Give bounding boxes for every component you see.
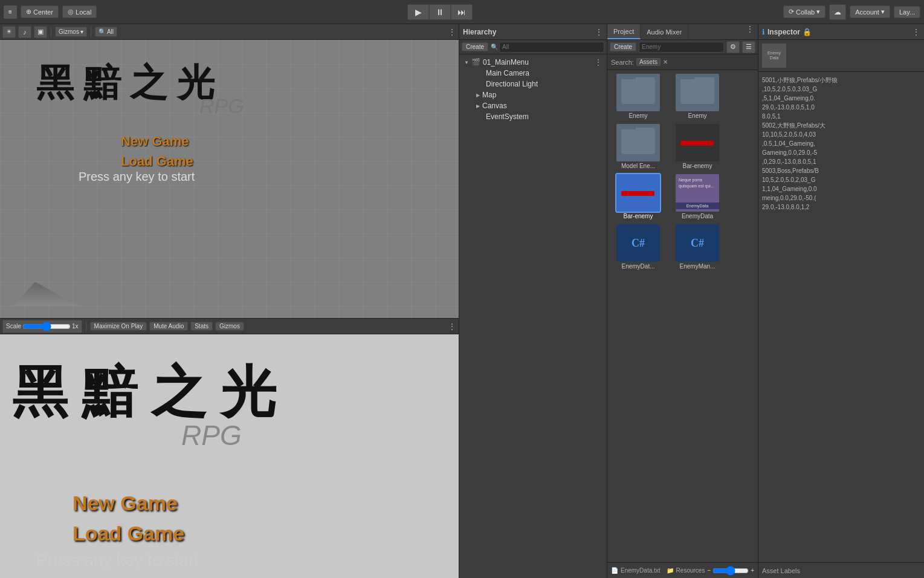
project-search-input[interactable] xyxy=(639,42,724,53)
scene-landscape xyxy=(6,282,79,306)
game-rpg: RPG xyxy=(181,419,242,452)
scale-slider[interactable] xyxy=(22,322,71,331)
search-options-icon[interactable]: ⚙ xyxy=(726,41,740,53)
game-load-game: Load Game xyxy=(73,522,184,545)
hierarchy-create-button[interactable]: Create xyxy=(462,42,488,51)
mute-audio-button[interactable]: Mute Audio xyxy=(149,322,188,331)
gizmos-dropdown[interactable]: Gizmos ▾ xyxy=(55,27,87,37)
folder-icon-enemy-1 xyxy=(616,74,660,111)
account-button[interactable]: Account ▾ xyxy=(850,5,890,18)
project-more-options[interactable]: ⋮ xyxy=(742,24,758,39)
unity-logo: ≡ xyxy=(4,5,17,19)
filter-icon[interactable]: ☰ xyxy=(742,41,755,53)
hierarchy-item-options[interactable]: ⋮ xyxy=(595,58,602,67)
asset-item-bar-enemy-1[interactable]: Bar-enemy xyxy=(670,124,725,169)
info-icon: ℹ xyxy=(762,28,765,36)
asset-item-bar-enemy-2[interactable]: Bar-enemy xyxy=(611,174,665,219)
scene-title: 黑 黯 之 光 xyxy=(36,64,215,102)
asset-item-enemydata[interactable]: Neque porra quisquam est qui... EnemyDat… xyxy=(670,174,725,219)
project-create-button[interactable]: Create xyxy=(610,42,636,51)
game-title: 黑 黯 之 光 xyxy=(12,365,276,420)
hierarchy-item-main-camera[interactable]: Main Camera xyxy=(462,68,604,79)
hierarchy-item-event-system[interactable]: EventSystem xyxy=(462,111,604,122)
asset-item-enemydat-cs[interactable]: C# EnemyDat... xyxy=(611,224,665,270)
assets-grid: Enemy Enemy Model Ene... Bar-enemy Bar-e… xyxy=(607,70,758,562)
asset-label-enemydata: EnemyData xyxy=(682,213,713,219)
hierarchy-item-directional-light[interactable]: Directional Light xyxy=(462,79,604,89)
pause-button[interactable]: ⏸ xyxy=(429,4,451,20)
layers-button[interactable]: Lay... xyxy=(894,6,920,18)
bottom-file-2: Resources xyxy=(676,567,705,574)
asset-item-enemy-2[interactable]: Enemy xyxy=(670,74,725,119)
plus-icon: + xyxy=(751,567,754,574)
hierarchy-header: Hierarchy ⋮ xyxy=(459,24,607,40)
play-button[interactable]: ▶ xyxy=(407,4,429,20)
game-inner: 黑 黯 之 光 RPG New Game Load Game Press any… xyxy=(0,334,459,578)
hierarchy-item-label: 01_MainMenu xyxy=(483,58,529,67)
expand-triangle: ▶ xyxy=(476,103,480,109)
size-slider[interactable] xyxy=(712,566,749,576)
hierarchy-search-input[interactable] xyxy=(499,42,604,53)
gizmos-game-button[interactable]: Gizmos xyxy=(215,322,244,331)
collab-dropdown-icon: ▾ xyxy=(816,8,820,16)
account-dropdown-icon: ▾ xyxy=(881,8,885,16)
tab-audio-mixer[interactable]: Audio Mixer xyxy=(641,24,688,39)
scale-dropdown[interactable]: Scale 1x xyxy=(2,320,82,333)
lock-icon[interactable]: 🔒 xyxy=(803,28,812,36)
hierarchy-content: ▼ 🎬 01_MainMenu ⋮ Main Camera Directiona… xyxy=(459,54,607,578)
scene-load-game: Load Game xyxy=(121,154,193,169)
mountain-shape xyxy=(6,282,79,306)
folder-icon-enemy-2 xyxy=(676,74,719,111)
center-button[interactable]: ⊕ Center xyxy=(21,5,59,18)
bottom-file-icon-1: 📄 xyxy=(611,567,618,574)
assets-filter-btn[interactable]: Assets xyxy=(636,58,661,66)
filter-indicator: ✕ xyxy=(663,59,668,65)
asset-item-enemyman-cs[interactable]: C# EnemyMan... xyxy=(670,224,725,270)
scene-all-dropdown[interactable]: 🔍 All xyxy=(95,27,117,37)
step-button[interactable]: ⏭ xyxy=(451,4,473,20)
asset-item-model-ene[interactable]: Model Ene... xyxy=(611,124,665,169)
cloud-button[interactable]: ☁ xyxy=(829,4,846,20)
collab-button[interactable]: ⟳ Collab ▾ xyxy=(783,5,825,18)
hierarchy-item-canvas[interactable]: ▶ Canvas xyxy=(462,100,604,111)
hierarchy-title: Hierarchy xyxy=(463,28,496,36)
local-button[interactable]: ◎ Local xyxy=(62,5,97,18)
maximize-on-play-button[interactable]: Maximize On Play xyxy=(90,322,147,331)
enemydata-icon: Neque porra quisquam est qui... xyxy=(676,174,719,212)
scene-render-icon[interactable]: ▣ xyxy=(34,26,47,38)
project-tabs: Project Audio Mixer ⋮ xyxy=(607,24,758,40)
inspector-header: ℹ Inspector 🔒 ⋮ xyxy=(758,24,924,40)
bottom-file-1: EnemyData.txt xyxy=(621,567,661,574)
asset-item-enemy-1[interactable]: Enemy xyxy=(611,74,665,119)
asset-labels-text: Asset Labels xyxy=(762,567,800,574)
game-new-game: New Game xyxy=(73,492,178,515)
main-content: ☀ ♪ ▣ Gizmos ▾ 🔍 All ⋮ 黑 黯 之 光 RPG xyxy=(0,24,924,578)
project-bottom: 📄 EnemyData.txt 📁 Resources − + xyxy=(607,562,758,578)
scene-audio-icon[interactable]: ♪ xyxy=(18,26,31,38)
game-view: Scale 1x Maximize On Play Mute Audio Sta… xyxy=(0,318,459,578)
hierarchy-item-map[interactable]: ▶ Map xyxy=(462,89,604,100)
hierarchy-search-icon: 🔍 xyxy=(491,44,498,50)
tab-project[interactable]: Project xyxy=(607,24,641,39)
stats-button[interactable]: Stats xyxy=(190,322,213,331)
hierarchy-panel: Hierarchy ⋮ Create 🔍 ▼ 🎬 01_MainMenu ⋮ M… xyxy=(459,24,607,578)
game-more-options[interactable]: ⋮ xyxy=(448,322,456,331)
local-icon: ◎ xyxy=(68,8,74,16)
hierarchy-toolbar: Create 🔍 xyxy=(459,40,607,54)
expand-triangle: ▼ xyxy=(464,60,469,65)
cs-icon-enemydat: C# xyxy=(616,224,660,262)
inspector-panel: ℹ Inspector 🔒 ⋮ EnemyData 5001,小野狼,Prefa… xyxy=(758,24,924,578)
hierarchy-item-label: Canvas xyxy=(482,102,507,110)
search-label: Search: xyxy=(611,59,634,66)
red-bar-icon-2 xyxy=(616,174,660,212)
scene-more-options[interactable]: ⋮ xyxy=(448,27,456,37)
scene-sun-icon[interactable]: ☀ xyxy=(2,26,16,38)
hierarchy-more-options[interactable]: ⋮ xyxy=(595,27,603,37)
inspector-asset-preview: EnemyData xyxy=(758,40,924,72)
inspector-file-icon: EnemyData xyxy=(762,44,786,68)
inspector-more-options[interactable]: ⋮ xyxy=(912,27,920,37)
folder-icon-model-ene xyxy=(616,124,660,161)
hierarchy-item-main-menu[interactable]: ▼ 🎬 01_MainMenu ⋮ xyxy=(462,57,604,68)
project-toolbar: Create ⚙ ☰ xyxy=(607,40,758,54)
asset-label-enemy-2: Enemy xyxy=(688,112,706,119)
